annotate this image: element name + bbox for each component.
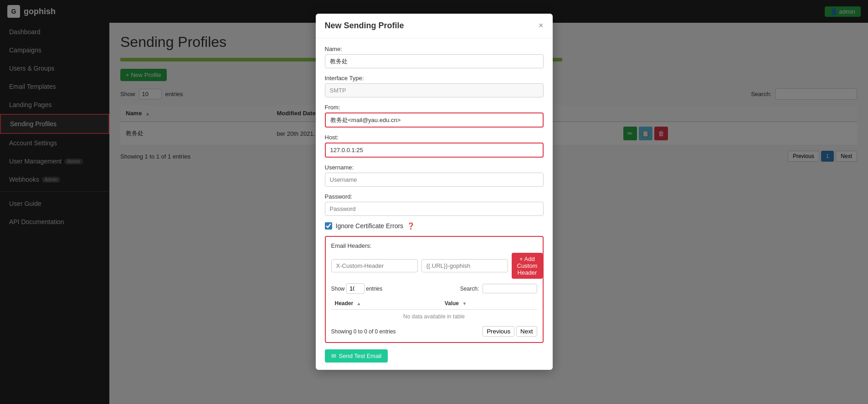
name-input[interactable]: 教务处 (325, 54, 544, 68)
password-label: Password: (325, 193, 544, 200)
username-label: Username: (325, 164, 544, 171)
modal-close-button[interactable]: × (539, 21, 544, 31)
header-value-input[interactable] (421, 259, 508, 272)
host-input[interactable]: 127.0.0.1:25 (325, 143, 544, 158)
no-data-cell: No data available in table (331, 310, 537, 324)
add-custom-header-button[interactable]: + Add Custom Header (512, 253, 543, 279)
headers-label: Email Headers: (331, 242, 537, 249)
value-sort-icon: ▼ (462, 301, 467, 306)
host-label: Host: (325, 134, 544, 141)
name-label: Name: (325, 46, 544, 52)
username-group: Username: (325, 164, 544, 187)
inner-search-input[interactable] (483, 284, 537, 293)
header-col-value[interactable]: Value ▼ (441, 297, 537, 310)
new-sending-profile-modal: New Sending Profile × Name: 教务处 Interfac… (316, 14, 553, 370)
no-data-row: No data available in table (331, 310, 537, 324)
from-group: From: 教务处<mail@yau.edu.cn> (325, 104, 544, 128)
email-headers-section: Email Headers: + Add Custom Header Show … (325, 236, 544, 343)
modal-body: Name: 教务处 Interface Type: SMTP From: 教务处… (316, 38, 553, 370)
ignore-cert-row: Ignore Certificate Errors ❓ (325, 222, 544, 230)
from-input[interactable]: 教务处<mail@yau.edu.cn> (325, 113, 544, 128)
inner-show-input[interactable]: 10 (346, 283, 365, 294)
add-header-label: + Add Custom Header (517, 256, 538, 276)
header-name-input[interactable] (331, 259, 418, 272)
username-input[interactable] (325, 173, 544, 187)
inner-search-box: Search: (460, 284, 537, 293)
help-icon: ❓ (407, 222, 415, 230)
send-test-email-button[interactable]: ✉ Send Test Email (325, 349, 388, 363)
email-icon: ✉ (331, 353, 336, 359)
modal-title: New Sending Profile (325, 21, 404, 31)
header-col-label: Header (335, 300, 354, 307)
modal-overlay: New Sending Profile × Name: 教务处 Interfac… (0, 0, 868, 404)
headers-table: Header ▲ Value ▼ No data available in ta… (331, 297, 537, 323)
header-sort-icon: ▲ (357, 301, 361, 306)
host-group: Host: 127.0.0.1:25 (325, 134, 544, 158)
inner-table-controls: Show 10 entries Search: (331, 283, 537, 294)
inner-show-label: Show (331, 286, 345, 292)
name-group: Name: 教务处 (325, 46, 544, 68)
inner-next-button[interactable]: Next (516, 326, 537, 337)
ignore-cert-label: Ignore Certificate Errors (336, 222, 404, 230)
interface-type-label: Interface Type: (325, 75, 544, 82)
password-group: Password: (325, 193, 544, 216)
password-input[interactable] (325, 202, 544, 216)
inner-pagination: Previous Next (483, 326, 537, 337)
interface-type-group: Interface Type: SMTP (325, 75, 544, 97)
inner-previous-button[interactable]: Previous (483, 326, 514, 337)
header-input-row: + Add Custom Header (331, 253, 537, 279)
modal-header: New Sending Profile × (316, 14, 553, 38)
inner-footer: Showing 0 to 0 of 0 entries Previous Nex… (331, 326, 537, 337)
inner-search-label: Search: (460, 286, 479, 292)
header-col-header[interactable]: Header ▲ (331, 297, 441, 310)
inner-entries-label: entries (366, 286, 382, 292)
inner-show-entries: Show 10 entries (331, 283, 383, 294)
ignore-cert-checkbox[interactable] (325, 222, 332, 230)
value-col-label: Value (445, 300, 459, 307)
send-test-label: Send Test Email (339, 353, 382, 359)
inner-showing-label: Showing 0 to 0 of 0 entries (331, 328, 396, 335)
from-label: From: (325, 104, 544, 111)
interface-type-input: SMTP (325, 83, 544, 97)
